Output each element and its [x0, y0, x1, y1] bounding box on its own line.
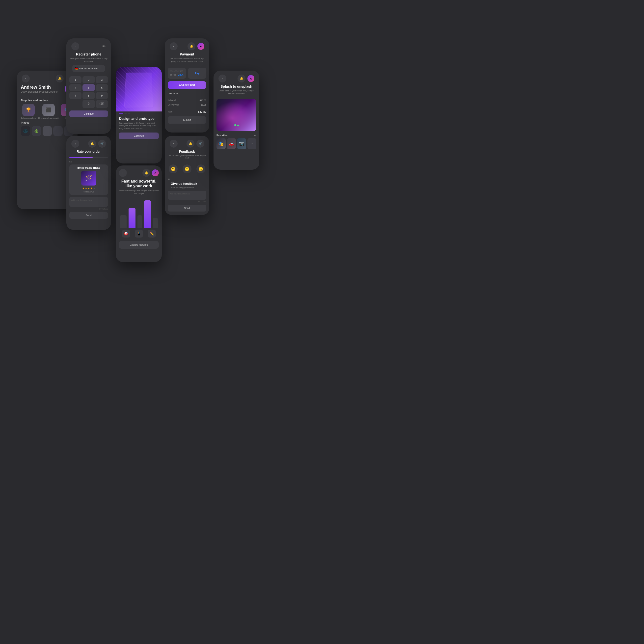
avatar-icon[interactable]: A [197, 43, 204, 50]
notification-icon[interactable]: 🔔 [188, 42, 195, 50]
favorites-count: +4 [254, 134, 256, 137]
notification-icon[interactable]: 🔔 [56, 75, 64, 82]
stars-row[interactable]: ★ ★ ★ ★ ★ [71, 187, 106, 190]
trophy-label-2: 3D teamwork community [38, 117, 59, 119]
give-feedback-title: Give us feedback [171, 182, 203, 186]
places-section-title: Places [21, 121, 29, 124]
trophy-icon-1: 🏆 [22, 104, 35, 116]
dot-active [119, 113, 123, 114]
star-1[interactable]: ★ [82, 187, 84, 190]
favorites-more[interactable]: +4 [247, 138, 257, 149]
char-count: 300 chars [69, 208, 108, 210]
product-title: Bottle Magic Tricks [71, 166, 106, 169]
delivery-row: Delivery fee $1.25 [165, 103, 209, 107]
cart-icon[interactable]: 🛒 [196, 140, 204, 148]
back-button[interactable]: ‹ [119, 169, 127, 177]
star-4[interactable]: ★ [90, 187, 93, 190]
back-button[interactable]: ‹ [22, 75, 30, 82]
key-2[interactable]: 2 [82, 76, 95, 83]
total-row: Total $27.80 [165, 109, 209, 114]
subtotal-label: Subtotal [168, 99, 176, 102]
payment-title: Payment [168, 52, 206, 56]
emoji-row: 😊 😐 😞 [165, 164, 209, 173]
emoji-sad[interactable]: 😞 [196, 164, 205, 173]
continue-button[interactable]: Continue [69, 110, 108, 117]
subtotal-value: $26.55 [199, 99, 206, 102]
invoice-date-row: Feb, 2020 [165, 91, 209, 96]
key-8[interactable]: 8 [82, 92, 95, 99]
bar-3 [137, 215, 142, 228]
feedback-textarea[interactable]: Add your thoughts here [168, 191, 206, 200]
key-3[interactable]: 3 [96, 76, 108, 83]
key-1[interactable]: 1 [69, 76, 81, 83]
paypal-button[interactable]: Pay [188, 68, 206, 79]
place-thumb-1[interactable]: 🌑 [21, 126, 30, 136]
feature-icon-2[interactable]: 📱 [135, 230, 143, 238]
phone-input-field[interactable]: 🇩🇪 +38 063 864 68 90 [72, 65, 105, 72]
star-2[interactable]: ★ [85, 187, 87, 190]
delivery-label: Delivery fee [168, 104, 180, 106]
splash-hero-image [216, 99, 256, 131]
favorites-label: Favorites [216, 134, 227, 137]
back-button[interactable]: ‹ [218, 75, 226, 82]
invoice-date: Feb, 2020 [168, 92, 178, 95]
place-thumb-3[interactable] [43, 126, 52, 136]
notification-icon[interactable]: 🔔 [187, 140, 194, 148]
key-4[interactable]: 4 [69, 84, 81, 91]
bar-1 [120, 215, 127, 228]
trophy-item-2: ⬛ 3D teamwork community [38, 104, 59, 119]
rate-title: Rate your order [69, 150, 108, 153]
notification-icon[interactable]: 🔔 [238, 75, 245, 82]
submit-button[interactable]: Submit [168, 116, 206, 124]
skip-button[interactable]: Skip [102, 45, 106, 48]
star-3[interactable]: ★ [88, 187, 90, 190]
avatar-icon[interactable]: A [247, 75, 254, 82]
notification-icon[interactable]: 🔔 [142, 169, 150, 177]
send-button[interactable]: Send [69, 212, 108, 219]
back-button[interactable]: ‹ [71, 42, 79, 50]
add-cart-button[interactable]: Add new Cart [168, 81, 206, 89]
key-6[interactable]: 6 [96, 84, 108, 91]
avatar-icon[interactable]: A [152, 169, 159, 176]
feature-icon-1[interactable]: 🎯 [122, 230, 130, 238]
dot-2 [124, 113, 127, 114]
back-button[interactable]: ‹ [71, 140, 79, 148]
backspace-key[interactable]: ⌫ [96, 100, 108, 108]
splash-unsplash-card: ‹ 🔔 A Splash to unsplash Share a link to… [214, 71, 259, 170]
paypal-label: Pay [195, 72, 200, 75]
back-button[interactable]: ‹ [170, 42, 178, 50]
card-expiry: 09 / 20 [170, 74, 176, 76]
key-0[interactable]: 0 [82, 100, 95, 108]
cart-icon[interactable]: 🛒 [98, 140, 106, 148]
star-5[interactable]: ★ [93, 187, 95, 190]
register-title: Register phone [69, 52, 108, 56]
review-textarea[interactable]: Add your thoughts here [69, 197, 108, 207]
design-subtitle: Bring your ideas to life faster in anima… [116, 122, 162, 133]
key-9[interactable]: 9 [96, 92, 108, 99]
key-7[interactable]: 7 [69, 92, 81, 99]
design-hero-image [116, 67, 162, 111]
feature-icon-3[interactable]: ✏️ [148, 230, 156, 238]
explore-features-button[interactable]: Explore features [119, 241, 159, 249]
phone-input-text: +38 063 864 68 90 [79, 67, 98, 70]
place-thumb-4[interactable] [53, 126, 63, 136]
emoji-happy[interactable]: 😊 [169, 164, 178, 173]
fav-thumb-3[interactable]: 📷 [237, 138, 246, 149]
key-5[interactable]: 5 [82, 84, 95, 91]
payment-card: ‹ 🔔 A Payment We welcome authors who pro… [165, 38, 209, 133]
notification-icon[interactable]: 🔔 [88, 140, 96, 148]
total-label: Total [168, 110, 172, 113]
flag-icon: 🇩🇪 [75, 67, 78, 70]
give-feedback-subtitle: Write your suggestion here [171, 187, 203, 189]
fav-thumb-1[interactable]: 🎭 [216, 138, 226, 149]
feedback-subtitle: Tell us about your experience. How do yo… [168, 155, 206, 159]
fav-thumb-2[interactable]: 🚗 [227, 138, 236, 149]
continue-button[interactable]: Continue [119, 133, 159, 139]
bar-2 [129, 208, 135, 228]
place-thumb-2[interactable]: ✳️ [32, 126, 41, 136]
divider-2 [168, 108, 206, 108]
credit-card[interactable]: **** **** 2203 09 / 20 VISA [168, 68, 186, 79]
emoji-neutral[interactable]: 😐 [183, 164, 191, 173]
send-button[interactable]: Send [168, 205, 206, 212]
back-button[interactable]: ‹ [170, 140, 178, 148]
